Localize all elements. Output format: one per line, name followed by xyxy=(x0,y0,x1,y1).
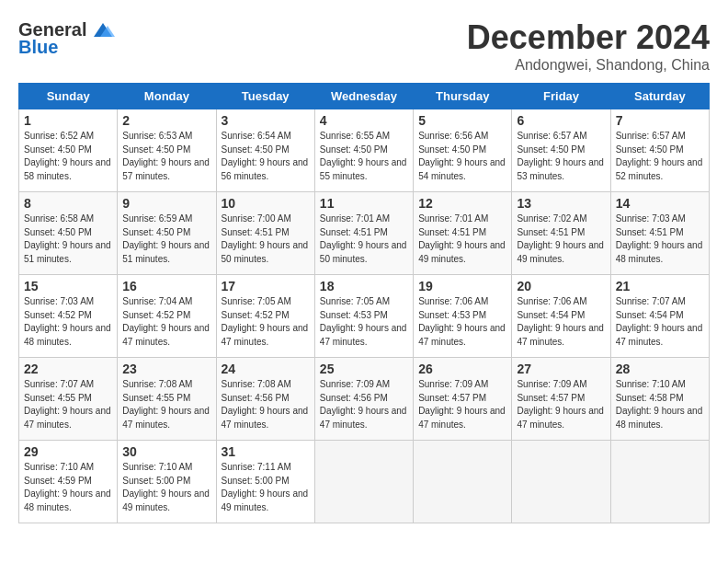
day-number: 1 xyxy=(24,113,112,128)
logo-blue-text: Blue xyxy=(18,37,58,58)
day-number: 11 xyxy=(320,196,408,211)
day-number: 9 xyxy=(122,196,210,211)
calendar-cell: 8 Sunrise: 6:58 AMSunset: 4:50 PMDayligh… xyxy=(19,192,118,275)
day-info: Sunrise: 7:09 AMSunset: 4:57 PMDaylight:… xyxy=(418,379,506,430)
calendar-week-row: 22 Sunrise: 7:07 AMSunset: 4:55 PMDaylig… xyxy=(19,358,710,441)
day-header-tuesday: Tuesday xyxy=(216,84,314,109)
day-number: 28 xyxy=(616,362,704,376)
day-info: Sunrise: 6:55 AMSunset: 4:50 PMDaylight:… xyxy=(320,131,407,181)
day-info: Sunrise: 7:08 AMSunset: 4:55 PMDaylight:… xyxy=(122,379,210,430)
day-number: 4 xyxy=(320,113,408,128)
day-header-saturday: Saturday xyxy=(610,84,709,109)
day-number: 17 xyxy=(222,279,310,293)
day-info: Sunrise: 6:53 AMSunset: 4:50 PMDaylight:… xyxy=(122,131,210,181)
day-number: 25 xyxy=(320,362,408,376)
day-info: Sunrise: 7:05 AMSunset: 4:53 PMDaylight:… xyxy=(320,296,407,347)
calendar-cell: 25 Sunrise: 7:09 AMSunset: 4:56 PMDaylig… xyxy=(314,358,413,441)
day-info: Sunrise: 7:09 AMSunset: 4:57 PMDaylight:… xyxy=(517,379,604,430)
day-number: 14 xyxy=(616,196,704,211)
day-info: Sunrise: 7:10 AMSunset: 4:58 PMDaylight:… xyxy=(616,379,703,430)
day-header-friday: Friday xyxy=(512,84,610,109)
calendar-cell: 14 Sunrise: 7:03 AMSunset: 4:51 PMDaylig… xyxy=(610,192,709,275)
calendar-cell: 31 Sunrise: 7:11 AMSunset: 5:00 PMDaylig… xyxy=(216,441,314,523)
day-number: 13 xyxy=(517,196,605,211)
calendar-cell: 3 Sunrise: 6:54 AMSunset: 4:50 PMDayligh… xyxy=(216,109,314,192)
day-info: Sunrise: 7:10 AMSunset: 5:00 PMDaylight:… xyxy=(122,462,210,512)
calendar-cell xyxy=(414,441,512,523)
day-info: Sunrise: 7:05 AMSunset: 4:52 PMDaylight:… xyxy=(222,296,309,347)
day-number: 12 xyxy=(418,196,506,211)
day-number: 30 xyxy=(122,444,210,459)
day-number: 8 xyxy=(24,196,112,211)
day-info: Sunrise: 6:56 AMSunset: 4:50 PMDaylight:… xyxy=(418,131,506,181)
day-info: Sunrise: 7:10 AMSunset: 4:59 PMDaylight:… xyxy=(24,462,111,512)
calendar-cell: 17 Sunrise: 7:05 AMSunset: 4:52 PMDaylig… xyxy=(216,275,314,358)
day-info: Sunrise: 7:03 AMSunset: 4:51 PMDaylight:… xyxy=(616,213,703,264)
day-header-monday: Monday xyxy=(118,84,216,109)
day-info: Sunrise: 7:11 AMSunset: 5:00 PMDaylight:… xyxy=(222,462,309,512)
calendar-cell: 1 Sunrise: 6:52 AMSunset: 4:50 PMDayligh… xyxy=(19,109,118,192)
calendar-cell: 24 Sunrise: 7:08 AMSunset: 4:56 PMDaylig… xyxy=(216,358,314,441)
calendar-cell: 23 Sunrise: 7:08 AMSunset: 4:55 PMDaylig… xyxy=(118,358,216,441)
calendar-cell: 28 Sunrise: 7:10 AMSunset: 4:58 PMDaylig… xyxy=(610,358,709,441)
day-info: Sunrise: 6:58 AMSunset: 4:50 PMDaylight:… xyxy=(24,213,111,264)
calendar-cell: 18 Sunrise: 7:05 AMSunset: 4:53 PMDaylig… xyxy=(314,275,413,358)
calendar-cell: 2 Sunrise: 6:53 AMSunset: 4:50 PMDayligh… xyxy=(118,109,216,192)
calendar-cell: 16 Sunrise: 7:04 AMSunset: 4:52 PMDaylig… xyxy=(118,275,216,358)
calendar-cell: 6 Sunrise: 6:57 AMSunset: 4:50 PMDayligh… xyxy=(512,109,610,192)
location: Andongwei, Shandong, China xyxy=(467,57,710,74)
calendar-week-row: 15 Sunrise: 7:03 AMSunset: 4:52 PMDaylig… xyxy=(19,275,710,358)
calendar-cell: 5 Sunrise: 6:56 AMSunset: 4:50 PMDayligh… xyxy=(414,109,512,192)
day-number: 27 xyxy=(517,362,605,376)
day-info: Sunrise: 7:06 AMSunset: 4:54 PMDaylight:… xyxy=(517,296,604,347)
day-number: 16 xyxy=(122,279,210,293)
calendar-cell: 30 Sunrise: 7:10 AMSunset: 5:00 PMDaylig… xyxy=(118,441,216,523)
day-header-wednesday: Wednesday xyxy=(314,84,413,109)
calendar-cell: 15 Sunrise: 7:03 AMSunset: 4:52 PMDaylig… xyxy=(19,275,118,358)
day-number: 15 xyxy=(24,279,112,293)
day-info: Sunrise: 6:57 AMSunset: 4:50 PMDaylight:… xyxy=(616,131,703,181)
day-number: 21 xyxy=(616,279,704,293)
calendar-week-row: 8 Sunrise: 6:58 AMSunset: 4:50 PMDayligh… xyxy=(19,192,710,275)
calendar-cell: 13 Sunrise: 7:02 AMSunset: 4:51 PMDaylig… xyxy=(512,192,610,275)
day-number: 31 xyxy=(222,444,310,459)
day-header-sunday: Sunday xyxy=(19,84,118,109)
day-number: 2 xyxy=(122,113,210,128)
day-number: 20 xyxy=(517,279,605,293)
day-info: Sunrise: 6:54 AMSunset: 4:50 PMDaylight:… xyxy=(222,131,309,181)
day-info: Sunrise: 7:01 AMSunset: 4:51 PMDaylight:… xyxy=(418,213,506,264)
calendar-cell: 11 Sunrise: 7:01 AMSunset: 4:51 PMDaylig… xyxy=(314,192,413,275)
day-number: 5 xyxy=(418,113,506,128)
calendar-cell: 12 Sunrise: 7:01 AMSunset: 4:51 PMDaylig… xyxy=(414,192,512,275)
day-number: 19 xyxy=(418,279,506,293)
day-info: Sunrise: 7:00 AMSunset: 4:51 PMDaylight:… xyxy=(222,213,309,264)
day-info: Sunrise: 7:03 AMSunset: 4:52 PMDaylight:… xyxy=(24,296,111,347)
day-header-thursday: Thursday xyxy=(414,84,512,109)
day-info: Sunrise: 7:09 AMSunset: 4:56 PMDaylight:… xyxy=(320,379,407,430)
day-info: Sunrise: 7:08 AMSunset: 4:56 PMDaylight:… xyxy=(222,379,309,430)
title-section: December 2024 Andongwei, Shandong, China xyxy=(467,18,710,74)
calendar-cell xyxy=(512,441,610,523)
day-number: 29 xyxy=(24,444,112,459)
day-number: 10 xyxy=(222,196,310,211)
logo: General Blue xyxy=(18,18,117,58)
day-number: 18 xyxy=(320,279,408,293)
calendar-cell: 10 Sunrise: 7:00 AMSunset: 4:51 PMDaylig… xyxy=(216,192,314,275)
calendar-week-row: 29 Sunrise: 7:10 AMSunset: 4:59 PMDaylig… xyxy=(19,441,710,523)
day-number: 23 xyxy=(122,362,210,376)
calendar-cell: 19 Sunrise: 7:06 AMSunset: 4:53 PMDaylig… xyxy=(414,275,512,358)
calendar-cell: 21 Sunrise: 7:07 AMSunset: 4:54 PMDaylig… xyxy=(610,275,709,358)
calendar-cell: 20 Sunrise: 7:06 AMSunset: 4:54 PMDaylig… xyxy=(512,275,610,358)
day-number: 24 xyxy=(222,362,310,376)
calendar-cell: 26 Sunrise: 7:09 AMSunset: 4:57 PMDaylig… xyxy=(414,358,512,441)
day-number: 26 xyxy=(418,362,506,376)
day-info: Sunrise: 7:02 AMSunset: 4:51 PMDaylight:… xyxy=(517,213,604,264)
calendar-cell xyxy=(314,441,413,523)
calendar-cell: 22 Sunrise: 7:07 AMSunset: 4:55 PMDaylig… xyxy=(19,358,118,441)
calendar-cell xyxy=(610,441,709,523)
day-number: 3 xyxy=(222,113,310,128)
day-number: 7 xyxy=(616,113,704,128)
day-info: Sunrise: 7:06 AMSunset: 4:53 PMDaylight:… xyxy=(418,296,506,347)
day-info: Sunrise: 7:07 AMSunset: 4:55 PMDaylight:… xyxy=(24,379,111,430)
calendar-cell: 9 Sunrise: 6:59 AMSunset: 4:50 PMDayligh… xyxy=(118,192,216,275)
